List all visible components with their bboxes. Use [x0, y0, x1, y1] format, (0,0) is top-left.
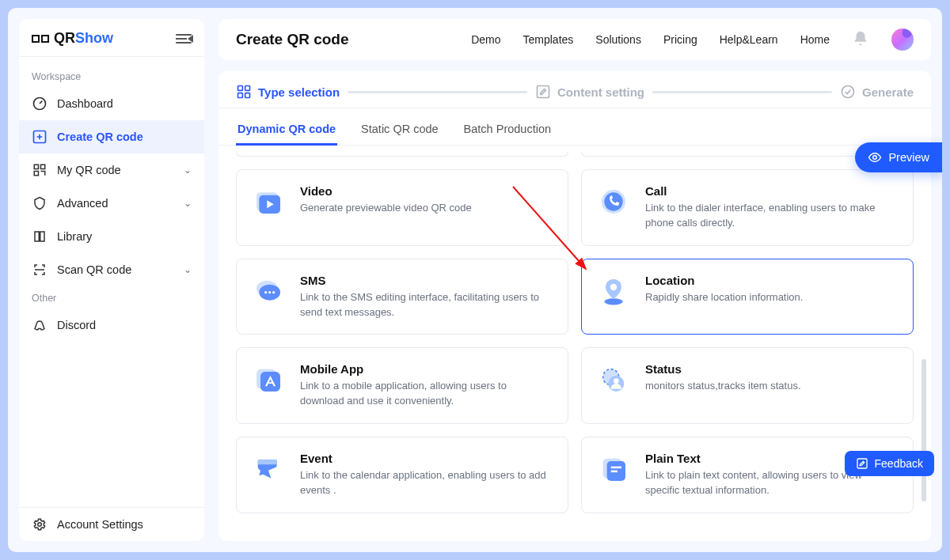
sidebar-item-label: My QR code	[57, 164, 121, 176]
card-sms[interactable]: SMSLink to the SMS editing interface, fa…	[236, 259, 568, 335]
sidebar-item-library[interactable]: Library	[19, 220, 204, 253]
svg-rect-2	[34, 165, 38, 168]
dashboard-icon	[32, 96, 48, 112]
tab-batch[interactable]: Batch Production	[462, 116, 553, 145]
main: Create QR code Demo Templates Solutions …	[218, 19, 931, 541]
check-circle-icon	[840, 84, 856, 100]
step-type-selection[interactable]: Type selection	[236, 84, 340, 100]
step-generate[interactable]: Generate	[840, 84, 914, 100]
card-video[interactable]: VideoGenerate previewable video QR code	[236, 169, 568, 246]
svg-rect-3	[41, 165, 45, 168]
chevron-down-icon: ⌄	[184, 165, 192, 176]
card-stub	[236, 152, 568, 157]
sidebar-item-label: Advanced	[57, 197, 108, 210]
nav-help[interactable]: Help&Learn	[720, 33, 778, 46]
brand-part2: Show	[75, 30, 113, 46]
sidebar-item-label: Scan QR code	[57, 263, 131, 276]
svg-point-32	[873, 156, 877, 160]
svg-rect-24	[260, 372, 280, 392]
scrollbar[interactable]	[922, 359, 926, 501]
svg-point-21	[604, 298, 622, 305]
sidebar-header: QRShow	[19, 19, 204, 57]
sidebar-item-account-settings[interactable]: Account Settings	[19, 508, 204, 541]
sidebar-item-my-qr[interactable]: My QR code ⌄	[19, 153, 204, 187]
sidebar-section-workspace: Workspace	[19, 65, 204, 87]
card-event[interactable]: EventLink to the calendar application, e…	[236, 437, 568, 513]
edit-square-icon	[856, 457, 868, 470]
phone-icon	[596, 184, 631, 219]
sidebar-item-discord[interactable]: Discord	[19, 308, 204, 342]
feedback-button[interactable]: Feedback	[845, 451, 934, 476]
type-cards-scroll[interactable]: VideoGenerate previewable video QR code …	[218, 146, 931, 541]
nav-templates[interactable]: Templates	[523, 33, 574, 46]
text-icon	[596, 452, 631, 486]
sidebar-section-other: Other	[19, 286, 204, 308]
top-nav: Demo Templates Solutions Pricing Help&Le…	[471, 28, 914, 51]
app-icon	[251, 362, 286, 397]
svg-rect-9	[245, 93, 250, 98]
svg-point-5	[38, 523, 42, 527]
sidebar-body: Workspace Dashboard Create QR code My QR…	[19, 57, 204, 507]
nav-demo[interactable]: Demo	[471, 33, 500, 46]
gear-icon	[32, 516, 48, 532]
topbar: Create QR code Demo Templates Solutions …	[218, 19, 931, 60]
card-title: Video	[300, 184, 472, 198]
svg-rect-7	[245, 86, 250, 91]
svg-point-15	[604, 192, 622, 210]
chevron-down-icon: ⌄	[184, 198, 192, 209]
create-qr-icon	[32, 129, 48, 145]
library-icon	[32, 229, 48, 244]
card-desc: Generate previewable video QR code	[300, 201, 472, 216]
qr-type-tabs: Dynamic QR code Static QR code Batch Pro…	[218, 108, 931, 146]
sidebar-item-dashboard[interactable]: Dashboard	[19, 87, 204, 120]
avatar[interactable]	[891, 28, 914, 51]
eye-icon	[868, 150, 882, 165]
video-icon	[251, 184, 286, 219]
feedback-label: Feedback	[875, 457, 923, 470]
card-status[interactable]: Statusmonitors status,tracks item status…	[581, 347, 914, 424]
nav-solutions[interactable]: Solutions	[595, 33, 641, 46]
svg-point-27	[614, 379, 619, 384]
brand-logo[interactable]: QRShow	[32, 30, 113, 47]
sidebar-item-advanced[interactable]: Advanced ⌄	[19, 187, 204, 220]
tab-dynamic[interactable]: Dynamic QR code	[236, 116, 337, 145]
card-desc: monitors status,tracks item status.	[645, 379, 801, 394]
preview-label: Preview	[888, 151, 929, 164]
svg-rect-8	[238, 93, 243, 98]
sidebar-item-label: Account Settings	[57, 518, 143, 531]
sidebar-item-scan-qr[interactable]: Scan QR code ⌄	[19, 253, 204, 286]
preview-button[interactable]: Preview	[855, 142, 942, 172]
card-title: Status	[645, 362, 801, 376]
sidebar: QRShow Workspace Dashboard Create QR cod…	[19, 19, 204, 541]
collapse-sidebar-icon[interactable]	[176, 32, 192, 45]
bell-icon[interactable]	[852, 30, 869, 50]
status-icon	[596, 362, 631, 397]
content-panel: Type selection Content setting Generate …	[218, 71, 931, 541]
sidebar-item-label: Dashboard	[57, 97, 113, 110]
sidebar-item-label: Discord	[57, 319, 96, 331]
card-location[interactable]: LocationRapidly share location informati…	[581, 259, 914, 335]
brand-part1: QR	[54, 30, 75, 46]
step-label: Type selection	[258, 85, 340, 99]
page-title: Create QR code	[236, 31, 349, 48]
step-content-setting[interactable]: Content setting	[535, 84, 644, 100]
card-desc: Link to the dialer interface, enabling u…	[645, 201, 899, 231]
card-desc: Rapidly share location information.	[645, 290, 803, 305]
advanced-icon	[32, 195, 48, 211]
sidebar-item-label: Library	[57, 230, 92, 243]
sms-icon	[251, 274, 286, 308]
sidebar-item-create-qr[interactable]: Create QR code	[19, 120, 204, 153]
qr-icon	[32, 35, 49, 43]
card-call[interactable]: CallLink to the dialer interface, enabli…	[581, 169, 914, 246]
tab-static[interactable]: Static QR code	[359, 116, 440, 145]
my-qr-icon	[32, 162, 48, 178]
card-title: Call	[645, 184, 899, 198]
svg-rect-31	[611, 471, 618, 473]
nav-pricing[interactable]: Pricing	[663, 33, 697, 46]
card-mobile-app[interactable]: Mobile AppLink to a mobile application, …	[236, 347, 568, 424]
nav-home[interactable]: Home	[800, 33, 830, 46]
step-label: Generate	[862, 85, 914, 99]
card-desc: Link to the calendar application, enabli…	[300, 468, 553, 498]
location-icon	[596, 274, 631, 308]
svg-point-18	[264, 291, 267, 293]
